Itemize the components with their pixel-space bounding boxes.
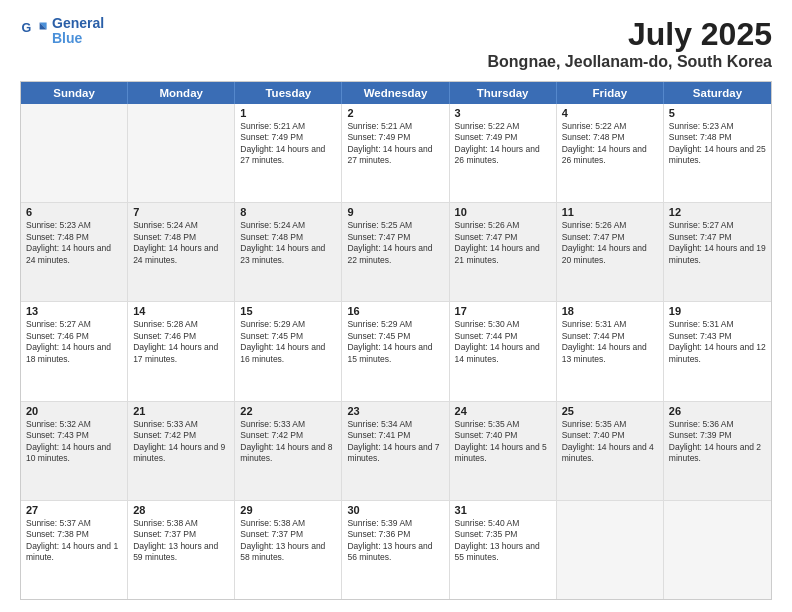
cell-info: Sunrise: 5:40 AM Sunset: 7:35 PM Dayligh… <box>455 518 551 564</box>
day-number: 28 <box>133 504 229 516</box>
cell-info: Sunrise: 5:37 AM Sunset: 7:38 PM Dayligh… <box>26 518 122 564</box>
day-number: 29 <box>240 504 336 516</box>
cell-info: Sunrise: 5:30 AM Sunset: 7:44 PM Dayligh… <box>455 319 551 365</box>
day-number: 22 <box>240 405 336 417</box>
day-number: 15 <box>240 305 336 317</box>
cell-info: Sunrise: 5:32 AM Sunset: 7:43 PM Dayligh… <box>26 419 122 465</box>
calendar-cell: 22Sunrise: 5:33 AM Sunset: 7:42 PM Dayli… <box>235 402 342 500</box>
calendar-header-day: Thursday <box>450 82 557 104</box>
cell-info: Sunrise: 5:22 AM Sunset: 7:48 PM Dayligh… <box>562 121 658 167</box>
calendar-cell: 2Sunrise: 5:21 AM Sunset: 7:49 PM Daylig… <box>342 104 449 202</box>
day-number: 20 <box>26 405 122 417</box>
cell-info: Sunrise: 5:27 AM Sunset: 7:46 PM Dayligh… <box>26 319 122 365</box>
calendar-header-day: Friday <box>557 82 664 104</box>
calendar-cell: 13Sunrise: 5:27 AM Sunset: 7:46 PM Dayli… <box>21 302 128 400</box>
day-number: 18 <box>562 305 658 317</box>
day-number: 25 <box>562 405 658 417</box>
cell-info: Sunrise: 5:29 AM Sunset: 7:45 PM Dayligh… <box>240 319 336 365</box>
day-number: 26 <box>669 405 766 417</box>
day-number: 11 <box>562 206 658 218</box>
calendar-cell: 30Sunrise: 5:39 AM Sunset: 7:36 PM Dayli… <box>342 501 449 599</box>
calendar-cell: 1Sunrise: 5:21 AM Sunset: 7:49 PM Daylig… <box>235 104 342 202</box>
calendar-cell: 20Sunrise: 5:32 AM Sunset: 7:43 PM Dayli… <box>21 402 128 500</box>
cell-info: Sunrise: 5:31 AM Sunset: 7:43 PM Dayligh… <box>669 319 766 365</box>
day-number: 19 <box>669 305 766 317</box>
calendar-cell: 23Sunrise: 5:34 AM Sunset: 7:41 PM Dayli… <box>342 402 449 500</box>
calendar-cell <box>21 104 128 202</box>
calendar-cell: 7Sunrise: 5:24 AM Sunset: 7:48 PM Daylig… <box>128 203 235 301</box>
svg-text:G: G <box>21 22 31 36</box>
calendar-cell: 18Sunrise: 5:31 AM Sunset: 7:44 PM Dayli… <box>557 302 664 400</box>
calendar-cell: 14Sunrise: 5:28 AM Sunset: 7:46 PM Dayli… <box>128 302 235 400</box>
calendar-cell <box>128 104 235 202</box>
day-number: 10 <box>455 206 551 218</box>
calendar-cell: 17Sunrise: 5:30 AM Sunset: 7:44 PM Dayli… <box>450 302 557 400</box>
cell-info: Sunrise: 5:23 AM Sunset: 7:48 PM Dayligh… <box>669 121 766 167</box>
logo-line2: Blue <box>52 31 104 46</box>
day-number: 1 <box>240 107 336 119</box>
logo-icon: G <box>20 17 48 45</box>
cell-info: Sunrise: 5:38 AM Sunset: 7:37 PM Dayligh… <box>240 518 336 564</box>
cell-info: Sunrise: 5:22 AM Sunset: 7:49 PM Dayligh… <box>455 121 551 167</box>
calendar-cell: 28Sunrise: 5:38 AM Sunset: 7:37 PM Dayli… <box>128 501 235 599</box>
cell-info: Sunrise: 5:29 AM Sunset: 7:45 PM Dayligh… <box>347 319 443 365</box>
calendar-cell: 10Sunrise: 5:26 AM Sunset: 7:47 PM Dayli… <box>450 203 557 301</box>
calendar-header-day: Tuesday <box>235 82 342 104</box>
calendar-cell: 29Sunrise: 5:38 AM Sunset: 7:37 PM Dayli… <box>235 501 342 599</box>
cell-info: Sunrise: 5:38 AM Sunset: 7:37 PM Dayligh… <box>133 518 229 564</box>
subtitle: Bongnae, Jeollanam-do, South Korea <box>488 53 772 71</box>
calendar-cell: 27Sunrise: 5:37 AM Sunset: 7:38 PM Dayli… <box>21 501 128 599</box>
calendar-cell <box>557 501 664 599</box>
calendar-cell: 9Sunrise: 5:25 AM Sunset: 7:47 PM Daylig… <box>342 203 449 301</box>
cell-info: Sunrise: 5:35 AM Sunset: 7:40 PM Dayligh… <box>562 419 658 465</box>
main-title: July 2025 <box>488 16 772 53</box>
calendar-cell: 15Sunrise: 5:29 AM Sunset: 7:45 PM Dayli… <box>235 302 342 400</box>
calendar-header-day: Saturday <box>664 82 771 104</box>
day-number: 27 <box>26 504 122 516</box>
day-number: 9 <box>347 206 443 218</box>
calendar-cell: 3Sunrise: 5:22 AM Sunset: 7:49 PM Daylig… <box>450 104 557 202</box>
day-number: 8 <box>240 206 336 218</box>
cell-info: Sunrise: 5:24 AM Sunset: 7:48 PM Dayligh… <box>133 220 229 266</box>
day-number: 23 <box>347 405 443 417</box>
calendar-header-day: Monday <box>128 82 235 104</box>
calendar-cell: 24Sunrise: 5:35 AM Sunset: 7:40 PM Dayli… <box>450 402 557 500</box>
header: G General Blue July 2025 Bongnae, Jeolla… <box>20 16 772 71</box>
day-number: 30 <box>347 504 443 516</box>
calendar-body: 1Sunrise: 5:21 AM Sunset: 7:49 PM Daylig… <box>21 104 771 599</box>
cell-info: Sunrise: 5:35 AM Sunset: 7:40 PM Dayligh… <box>455 419 551 465</box>
day-number: 31 <box>455 504 551 516</box>
logo: G General Blue <box>20 16 104 47</box>
logo-text: General Blue <box>52 16 104 47</box>
day-number: 2 <box>347 107 443 119</box>
calendar-header-day: Sunday <box>21 82 128 104</box>
cell-info: Sunrise: 5:33 AM Sunset: 7:42 PM Dayligh… <box>133 419 229 465</box>
cell-info: Sunrise: 5:27 AM Sunset: 7:47 PM Dayligh… <box>669 220 766 266</box>
calendar-week-row: 1Sunrise: 5:21 AM Sunset: 7:49 PM Daylig… <box>21 104 771 202</box>
day-number: 13 <box>26 305 122 317</box>
calendar-cell: 4Sunrise: 5:22 AM Sunset: 7:48 PM Daylig… <box>557 104 664 202</box>
calendar-cell: 6Sunrise: 5:23 AM Sunset: 7:48 PM Daylig… <box>21 203 128 301</box>
cell-info: Sunrise: 5:31 AM Sunset: 7:44 PM Dayligh… <box>562 319 658 365</box>
calendar-cell: 11Sunrise: 5:26 AM Sunset: 7:47 PM Dayli… <box>557 203 664 301</box>
cell-info: Sunrise: 5:21 AM Sunset: 7:49 PM Dayligh… <box>240 121 336 167</box>
day-number: 24 <box>455 405 551 417</box>
calendar-cell <box>664 501 771 599</box>
calendar-week-row: 6Sunrise: 5:23 AM Sunset: 7:48 PM Daylig… <box>21 202 771 301</box>
calendar-cell: 26Sunrise: 5:36 AM Sunset: 7:39 PM Dayli… <box>664 402 771 500</box>
calendar-cell: 16Sunrise: 5:29 AM Sunset: 7:45 PM Dayli… <box>342 302 449 400</box>
cell-info: Sunrise: 5:39 AM Sunset: 7:36 PM Dayligh… <box>347 518 443 564</box>
day-number: 14 <box>133 305 229 317</box>
cell-info: Sunrise: 5:24 AM Sunset: 7:48 PM Dayligh… <box>240 220 336 266</box>
page: G General Blue July 2025 Bongnae, Jeolla… <box>0 0 792 612</box>
cell-info: Sunrise: 5:33 AM Sunset: 7:42 PM Dayligh… <box>240 419 336 465</box>
calendar-cell: 12Sunrise: 5:27 AM Sunset: 7:47 PM Dayli… <box>664 203 771 301</box>
title-block: July 2025 Bongnae, Jeollanam-do, South K… <box>488 16 772 71</box>
day-number: 7 <box>133 206 229 218</box>
calendar-header-day: Wednesday <box>342 82 449 104</box>
calendar-cell: 5Sunrise: 5:23 AM Sunset: 7:48 PM Daylig… <box>664 104 771 202</box>
calendar-week-row: 13Sunrise: 5:27 AM Sunset: 7:46 PM Dayli… <box>21 301 771 400</box>
calendar: SundayMondayTuesdayWednesdayThursdayFrid… <box>20 81 772 600</box>
calendar-cell: 31Sunrise: 5:40 AM Sunset: 7:35 PM Dayli… <box>450 501 557 599</box>
cell-info: Sunrise: 5:25 AM Sunset: 7:47 PM Dayligh… <box>347 220 443 266</box>
